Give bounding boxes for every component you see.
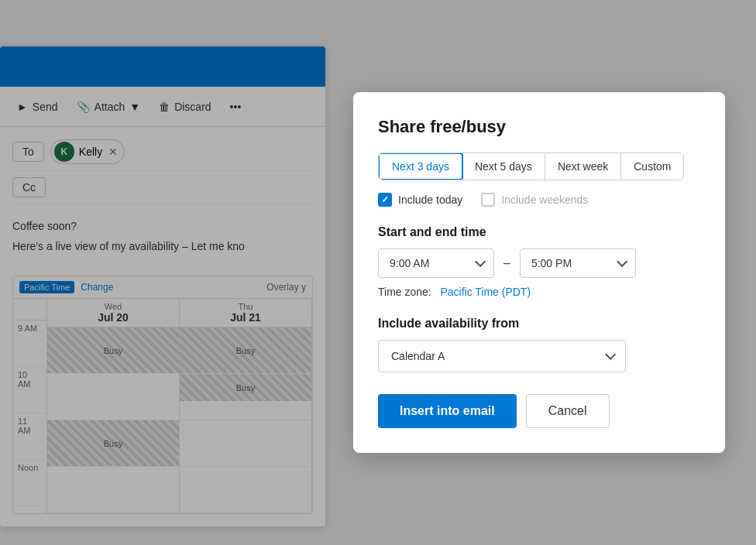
insert-into-email-button[interactable]: Insert into email <box>378 394 517 428</box>
share-freebusy-dialog: Share free/busy Next 3 days Next 5 days … <box>353 92 725 453</box>
range-btn-next3days[interactable]: Next 3 days <box>378 153 463 180</box>
timezone-link[interactable]: Pacific Time (PDT) <box>440 286 531 298</box>
calendar-select[interactable]: Calendar A <box>378 340 626 372</box>
include-today-label: Include today <box>398 194 462 206</box>
calendar-chevron-icon <box>605 349 616 360</box>
timezone-prefix: Time zone: <box>378 286 431 298</box>
include-today-checkbox[interactable]: ✓ Include today <box>378 193 462 207</box>
time-separator: – <box>503 256 510 270</box>
cancel-button[interactable]: Cancel <box>526 394 610 428</box>
dialog-actions: Insert into email Cancel <box>378 394 700 428</box>
range-btn-next5days[interactable]: Next 5 days <box>462 153 545 180</box>
availability-label: Include availability from <box>378 317 700 331</box>
time-row: 9:00 AM – 5:00 PM <box>378 249 700 278</box>
include-today-checkbox-box: ✓ <box>378 193 392 207</box>
include-weekends-checkbox-box <box>481 193 495 207</box>
range-buttons-group: Next 3 days Next 5 days Next week Custom <box>378 153 684 180</box>
range-btn-nextweek[interactable]: Next week <box>545 153 621 180</box>
end-time-select[interactable]: 5:00 PM <box>520 249 636 278</box>
dialog-title: Share free/busy <box>378 117 700 137</box>
start-time-chevron-icon <box>475 256 486 267</box>
end-time-chevron-icon <box>617 256 627 267</box>
start-time-value: 9:00 AM <box>390 257 429 269</box>
calendar-value: Calendar A <box>391 350 445 362</box>
range-btn-custom[interactable]: Custom <box>621 153 683 180</box>
end-time-value: 5:00 PM <box>531 257 572 269</box>
include-weekends-label: Include weekends <box>501 194 588 206</box>
include-weekends-checkbox[interactable]: Include weekends <box>481 193 588 207</box>
modal-overlay: Share free/busy Next 3 days Next 5 days … <box>0 0 756 545</box>
start-time-select[interactable]: 9:00 AM <box>378 249 494 278</box>
start-end-time-label: Start and end time <box>378 225 700 239</box>
checkboxes-row: ✓ Include today Include weekends <box>378 193 700 207</box>
timezone-row: Time zone: Pacific Time (PDT) <box>378 286 700 298</box>
checkmark-icon: ✓ <box>381 194 389 205</box>
